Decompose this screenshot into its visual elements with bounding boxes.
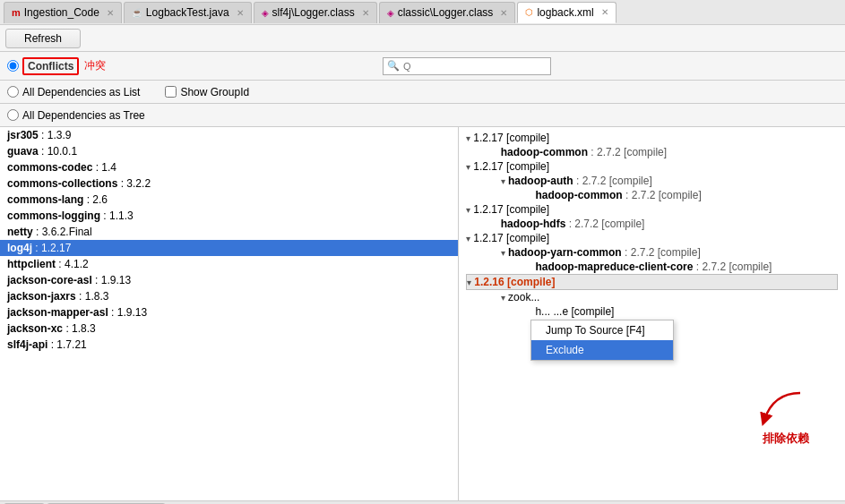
dep-name-3: commons-collections	[7, 177, 117, 190]
dep-item-0[interactable]: jsr305 : 1.3.9	[0, 127, 458, 143]
annotation-text: 排除依赖	[763, 431, 809, 447]
dep-version-9: : 1.9.13	[92, 274, 131, 286]
tree-text-10: 1.2.16 [compile]	[474, 276, 555, 288]
all-deps-list-radio[interactable]	[7, 86, 19, 98]
bottom-bar: Text Dependency Analyzer	[0, 500, 845, 504]
tree-text-8: hadoop-yarn-common	[508, 246, 622, 259]
tab-close-logbackxml[interactable]: ✕	[601, 7, 608, 17]
all-deps-tree-radio[interactable]	[7, 109, 19, 121]
dep-item-11[interactable]: jackson-mapper-asl : 1.9.13	[0, 304, 458, 320]
dep-item-12[interactable]: jackson-xc : 1.8.3	[0, 320, 458, 337]
dep-name-10: jackson-jaxrs	[7, 290, 76, 303]
tree-text-9: hadoop-mapreduce-client-core	[535, 261, 693, 273]
dep-name-6: netty	[7, 226, 33, 238]
tab-bar: m Ingestion_Code ✕ ☕ LogbackTest.java ✕ …	[0, 0, 845, 25]
dep-version-7: : 1.2.17	[32, 242, 71, 254]
dep-item-9[interactable]: jackson-core-asl : 1.9.13	[0, 272, 458, 288]
tree-ver-4: : 2.7.2 [compile]	[623, 189, 702, 201]
options-bar: Conflicts 冲突 🔍	[0, 52, 845, 81]
tree-ver-1: : 2.7.2 [compile]	[588, 146, 667, 158]
tertiary-bar: All Dependencies as Tree	[0, 104, 845, 127]
context-menu: Jump To Source [F4] Exclude	[530, 320, 674, 361]
show-group-id-label[interactable]: Show GroupId	[165, 86, 249, 98]
tab-logbackxml[interactable]: ⬡ logback.xml ✕	[517, 2, 616, 23]
tab-label-classic: classic\Logger.class	[398, 6, 494, 19]
tab-label-logbacktest: LogbackTest.java	[146, 6, 229, 19]
search-input[interactable]	[403, 61, 547, 72]
dep-name-11: jackson-mapper-asl	[7, 306, 108, 319]
dep-item-6[interactable]: netty : 3.6.2.Final	[0, 224, 458, 240]
dep-item-2[interactable]: commons-codec : 1.4	[0, 159, 458, 175]
search-icon: 🔍	[387, 60, 400, 72]
tab-ingestion[interactable]: m Ingestion_Code ✕	[4, 2, 122, 23]
tree-ver-9: : 2.7.2 [compile]	[693, 261, 772, 273]
all-deps-list-label[interactable]: All Dependencies as List	[7, 86, 140, 98]
tree-item-1: hadoop-common : 2.7.2 [compile]	[466, 145, 838, 159]
dep-item-13[interactable]: slf4j-api : 1.7.21	[0, 337, 458, 353]
dep-item-5[interactable]: commons-logging : 1.1.3	[0, 208, 458, 224]
dep-item-1[interactable]: guava : 10.0.1	[0, 143, 458, 159]
tree-arrow-11: ▾	[501, 293, 505, 303]
conflicts-chinese: 冲突	[84, 58, 106, 73]
dep-item-10[interactable]: jackson-jaxrs : 1.8.3	[0, 288, 458, 304]
tab-icon-logbackxml: ⬡	[525, 7, 533, 17]
secondary-bar: All Dependencies as List Show GroupId	[0, 81, 845, 104]
all-deps-tree-text: All Dependencies as Tree	[22, 109, 145, 122]
search-box: 🔍	[383, 57, 551, 75]
dep-item-4[interactable]: commons-lang : 2.6	[0, 192, 458, 208]
context-menu-jump[interactable]: Jump To Source [F4]	[531, 320, 673, 340]
tab-close-classic[interactable]: ✕	[500, 8, 507, 18]
tree-text-6: hadoop-hdfs	[501, 218, 566, 230]
tree-item-2: ▾ 1.2.17 [compile]	[466, 159, 838, 174]
dep-name-8: httpclient	[7, 258, 56, 270]
dep-item-3[interactable]: commons-collections : 3.2.2	[0, 175, 458, 192]
dep-name-9: jackson-core-asl	[7, 274, 92, 286]
conflicts-radio[interactable]	[7, 60, 19, 72]
dep-version-12: : 1.8.3	[63, 322, 96, 335]
toolbar: Refresh	[0, 25, 845, 52]
tree-text-4: hadoop-common	[535, 189, 622, 201]
tree-item-12: h... ...e [compile]	[466, 304, 838, 319]
tree-text-5: 1.2.17 [compile]	[473, 203, 549, 216]
show-group-id-checkbox[interactable]	[165, 86, 177, 98]
tree-item-6: hadoop-hdfs : 2.7.2 [compile]	[466, 217, 838, 231]
tree-text-1: hadoop-common	[501, 146, 588, 158]
dep-version-4: : 2.6	[83, 193, 108, 206]
refresh-button[interactable]: Refresh	[5, 29, 81, 48]
tree-item-5: ▾ 1.2.17 [compile]	[466, 202, 838, 217]
dep-version-10: : 1.8.3	[76, 290, 109, 303]
tree-arrow-3: ▾	[501, 176, 505, 186]
dep-version-8: : 4.1.2	[56, 258, 89, 270]
dep-version-2: : 1.4	[92, 161, 116, 174]
tab-close-slf4j[interactable]: ✕	[362, 8, 369, 18]
conflicts-label-group: Conflicts 冲突	[22, 57, 106, 75]
tab-classic[interactable]: ◈ classic\Logger.class ✕	[379, 2, 516, 23]
dep-name-4: commons-lang	[7, 193, 83, 206]
tree-arrow-5: ▾	[466, 205, 470, 215]
dep-item-7[interactable]: log4j : 1.2.17	[0, 240, 458, 256]
dep-name-1: guava	[7, 145, 39, 158]
tree-text-3: hadoop-auth	[508, 175, 573, 187]
tree-text-7: 1.2.17 [compile]	[473, 232, 549, 244]
left-panel: jsr305 : 1.3.9guava : 10.0.1commons-code…	[0, 127, 459, 500]
tab-label-ingestion: Ingestion_Code	[24, 6, 99, 19]
tab-slf4j[interactable]: ◈ slf4j\Logger.class ✕	[254, 2, 377, 23]
dep-name-7: log4j	[7, 242, 32, 254]
tree-ver-6: : 2.7.2 [compile]	[565, 218, 644, 230]
tree-arrow-8: ▾	[501, 248, 505, 258]
context-menu-exclude[interactable]: Exclude	[531, 340, 673, 360]
tab-logbacktest[interactable]: ☕ LogbackTest.java ✕	[124, 2, 252, 23]
tree-item-3: ▾ hadoop-auth : 2.7.2 [compile]	[466, 174, 838, 188]
dep-version-0: : 1.3.9	[39, 129, 72, 141]
tab-close-logbacktest[interactable]: ✕	[237, 8, 244, 18]
tab-label-logbackxml: logback.xml	[537, 6, 593, 19]
tree-item-4: hadoop-common : 2.7.2 [compile]	[466, 188, 838, 202]
dep-version-5: : 1.1.3	[100, 209, 134, 222]
dep-version-6: : 3.6.2.Final	[33, 226, 92, 238]
show-group-id-text: Show GroupId	[180, 86, 249, 98]
tab-close-ingestion[interactable]: ✕	[107, 8, 114, 18]
annotation-group: 排除依赖	[755, 384, 809, 447]
tree-ver-8: : 2.7.2 [compile]	[622, 246, 701, 259]
dep-item-8[interactable]: httpclient : 4.1.2	[0, 256, 458, 272]
all-deps-tree-label[interactable]: All Dependencies as Tree	[7, 109, 145, 122]
